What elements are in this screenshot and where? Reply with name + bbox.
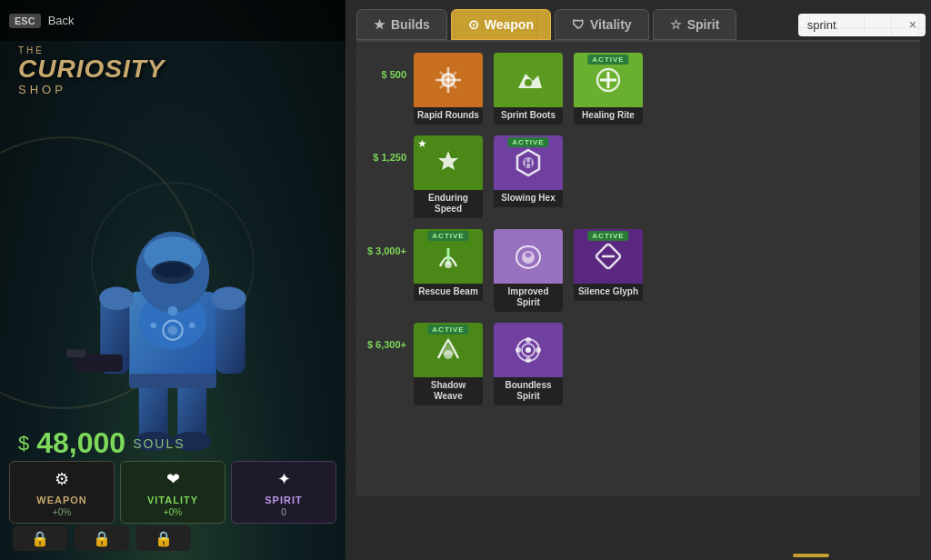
improved-spirit-name: Improved Spirit bbox=[497, 286, 559, 308]
svg-point-19 bbox=[189, 323, 195, 328]
category-weapon-btn[interactable]: ⚙ WEAPON +0% bbox=[9, 461, 115, 524]
svg-point-13 bbox=[99, 286, 134, 310]
tab-spirit[interactable]: ☆ Spirit bbox=[653, 9, 737, 40]
item-healing-rite[interactable]: ACTIVE Healing Rite bbox=[572, 51, 645, 126]
item-enduring-speed[interactable]: ★ Enduring Speed bbox=[412, 134, 485, 220]
rescue-beam-icon bbox=[431, 239, 466, 274]
tier-6300-items: ACTIVE Shadow Weave bbox=[412, 321, 565, 407]
svg-rect-16 bbox=[66, 349, 85, 357]
rapid-rounds-icon bbox=[431, 63, 466, 97]
top-bar: ESC Back bbox=[0, 0, 345, 41]
svg-point-46 bbox=[516, 347, 521, 353]
shadow-weave-icon bbox=[431, 333, 466, 367]
svg-point-21 bbox=[168, 325, 178, 335]
silence-glyph-active: ACTIVE bbox=[587, 231, 628, 241]
lock-slot-1: 🔒 bbox=[13, 525, 67, 551]
svg-point-12 bbox=[155, 263, 190, 278]
svg-rect-6 bbox=[129, 374, 216, 388]
boundless-spirit-icon bbox=[511, 333, 546, 367]
tab-builds[interactable]: ★ Builds bbox=[356, 9, 447, 40]
weapon-tab-label: Weapon bbox=[485, 17, 534, 32]
weapon-cat-name: WEAPON bbox=[36, 495, 87, 505]
tier-1250-items: ★ Enduring Speed ACTIVE bbox=[412, 134, 565, 220]
svg-point-14 bbox=[212, 286, 246, 310]
spirit-cat-icon: ✦ bbox=[235, 469, 332, 489]
shadow-weave-active: ACTIVE bbox=[427, 325, 468, 335]
enduring-speed-icon bbox=[431, 145, 466, 180]
weapon-cat-icon: ⚙ bbox=[14, 469, 110, 489]
character-figure bbox=[18, 142, 327, 451]
slowing-hex-name: Slowing Hex bbox=[497, 193, 559, 204]
svg-point-44 bbox=[526, 337, 531, 343]
tier-3000-label: $ 3,000+ bbox=[365, 227, 406, 256]
weapon-cat-stat: +0% bbox=[14, 507, 110, 517]
sprint-boots-name: Sprint Boots bbox=[497, 110, 559, 121]
shadow-weave-name: Shadow Weave bbox=[417, 380, 479, 402]
svg-point-47 bbox=[536, 347, 541, 353]
svg-text:H: H bbox=[525, 157, 533, 170]
svg-point-28 bbox=[525, 79, 532, 86]
enduring-speed-star: ★ bbox=[417, 137, 427, 150]
builds-tab-icon: ★ bbox=[374, 17, 385, 32]
lock-icon-3: 🔒 bbox=[155, 530, 173, 547]
healing-rite-icon bbox=[591, 63, 626, 97]
scroll-bar bbox=[793, 554, 829, 557]
tabs-bar: ★ Builds ⊙ Weapon 🛡 Vitality ☆ Spirit × bbox=[345, 0, 931, 40]
vitality-cat-name: VITALITY bbox=[147, 495, 198, 505]
boundless-spirit-name: Boundless Spirit bbox=[497, 380, 559, 402]
svg-point-45 bbox=[526, 357, 531, 363]
search-bar: × bbox=[798, 14, 920, 36]
tier-row-3000: $ 3,000+ ACTIVE Rescue Beam bbox=[365, 227, 911, 314]
silence-glyph-name: Silence Glyph bbox=[577, 286, 639, 297]
lock-icons-row: 🔒 🔒 🔒 bbox=[9, 525, 336, 551]
vitality-cat-stat: +0% bbox=[125, 507, 221, 517]
tier-6300-label: $ 6,300+ bbox=[365, 321, 406, 350]
left-panel: ESC Back THE CURIOSITY SHOP bbox=[0, 0, 345, 560]
logo-curiosity: CURIOSITY bbox=[18, 55, 165, 84]
svg-point-36 bbox=[445, 261, 452, 268]
slowing-hex-icon: H bbox=[511, 145, 546, 180]
improved-spirit-icon bbox=[511, 239, 546, 274]
item-shadow-weave[interactable]: ACTIVE Shadow Weave bbox=[412, 321, 485, 407]
tab-vitality[interactable]: 🛡 Vitality bbox=[555, 9, 649, 40]
spirit-cat-name: SPIRIT bbox=[265, 495, 302, 505]
item-rapid-rounds[interactable]: Rapid Rounds bbox=[412, 51, 485, 126]
esc-badge[interactable]: ESC bbox=[9, 14, 41, 28]
back-label[interactable]: Back bbox=[48, 14, 75, 27]
vitality-tab-label: Vitality bbox=[590, 17, 632, 32]
logo-shop: SHOP bbox=[18, 84, 165, 96]
svg-point-18 bbox=[151, 323, 156, 328]
souls-amount: 48,000 bbox=[36, 426, 125, 460]
character-area bbox=[18, 142, 327, 451]
category-vitality-btn[interactable]: ❤ VITALITY +0% bbox=[120, 461, 225, 524]
svg-point-17 bbox=[168, 306, 178, 316]
tier-3000-items: ACTIVE Rescue Beam bbox=[412, 227, 645, 314]
tab-weapon[interactable]: ⊙ Weapon bbox=[451, 9, 551, 40]
bottom-scroll-indicator bbox=[691, 533, 931, 560]
builds-tab-label: Builds bbox=[391, 17, 430, 32]
search-clear-button[interactable]: × bbox=[906, 18, 920, 31]
healing-rite-name: Healing Rite bbox=[577, 110, 639, 121]
item-slowing-hex[interactable]: ACTIVE H Slowing Hex bbox=[492, 134, 565, 220]
tier-500-items: Rapid Rounds Sprint Boots bbox=[412, 51, 645, 126]
tier-1250-label: $ 1,250 bbox=[365, 134, 406, 163]
item-sprint-boots[interactable]: Sprint Boots bbox=[492, 51, 565, 126]
shop-logo: THE CURIOSITY SHOP bbox=[18, 45, 165, 96]
item-rescue-beam[interactable]: ACTIVE Rescue Beam bbox=[412, 227, 485, 314]
item-boundless-spirit[interactable]: Boundless Spirit bbox=[492, 321, 565, 407]
vitality-cat-icon: ❤ bbox=[125, 469, 221, 489]
svg-point-40 bbox=[444, 350, 453, 359]
category-buttons: ⚙ WEAPON +0% ❤ VITALITY +0% ✦ SPIRIT 0 bbox=[9, 461, 336, 524]
souls-display: $ 48,000 SOULS bbox=[18, 426, 185, 460]
souls-label: SOULS bbox=[133, 436, 185, 451]
item-silence-glyph[interactable]: ACTIVE Silence Glyph bbox=[572, 227, 645, 314]
weapon-tab-icon: ⊙ bbox=[468, 17, 479, 32]
tier-row-6300: $ 6,300+ ACTIVE Shadow Weave bbox=[365, 321, 911, 407]
category-spirit-btn[interactable]: ✦ SPIRIT 0 bbox=[231, 461, 336, 524]
spirit-cat-stat: 0 bbox=[235, 507, 332, 517]
slowing-hex-active: ACTIVE bbox=[507, 137, 548, 147]
tier-row-500: $ 500 Rapid Ro bbox=[365, 51, 911, 126]
healing-rite-active: ACTIVE bbox=[587, 55, 628, 65]
svg-point-43 bbox=[526, 347, 531, 353]
item-improved-spirit[interactable]: Improved Spirit bbox=[492, 227, 565, 314]
